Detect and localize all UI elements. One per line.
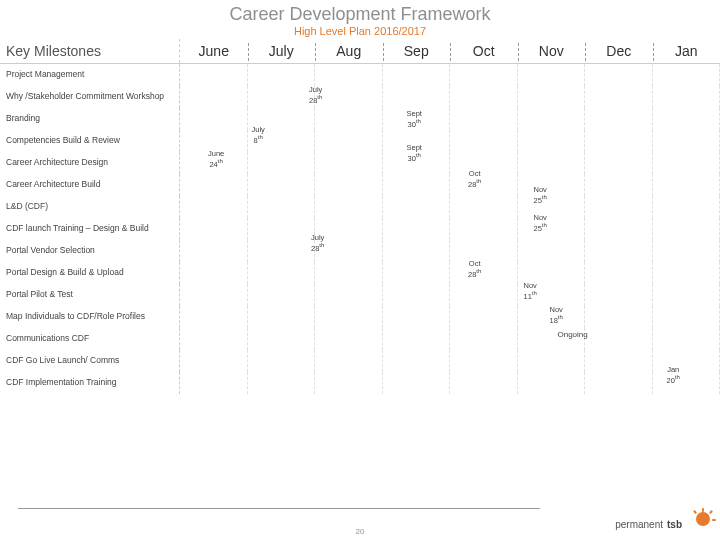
milestone-date: July28th (309, 86, 322, 105)
date-ordinal: th (258, 134, 263, 140)
cell (585, 108, 653, 130)
cell (518, 86, 586, 108)
key-milestones-label: Key Milestones (0, 39, 180, 63)
cell (450, 218, 518, 240)
table-row: Competencies Build & ReviewJuly8th (0, 130, 720, 152)
cell (450, 130, 518, 152)
date-day: 11th (524, 290, 537, 301)
row-cells: Ongoing (180, 328, 720, 350)
cell (653, 372, 721, 394)
cell (450, 196, 518, 218)
cell (180, 108, 248, 130)
milestone-date: Nov11th (524, 282, 537, 301)
month-header-jan: Jan (653, 39, 721, 63)
cell (315, 306, 383, 328)
row-cells: July28th (180, 240, 720, 262)
cell (248, 350, 316, 372)
cell (450, 306, 518, 328)
cell (180, 328, 248, 350)
row-label: Portal Design & Build & Upload (0, 262, 180, 284)
cell (383, 218, 451, 240)
date-ordinal: th (416, 118, 421, 124)
cell (248, 306, 316, 328)
cell (518, 152, 586, 174)
cell (653, 196, 721, 218)
date-day: 20th (667, 374, 680, 385)
cell (383, 64, 451, 86)
date-ordinal: th (319, 242, 324, 248)
date-day: 30th (407, 152, 422, 163)
date-ordinal: th (542, 222, 547, 228)
date-month: Nov (534, 214, 547, 222)
milestone-date: Oct28th (468, 170, 481, 189)
cell (518, 108, 586, 130)
cell (248, 86, 316, 108)
ongoing-label: Ongoing (558, 330, 588, 339)
month-header-dec: Dec (585, 39, 653, 63)
cell (180, 196, 248, 218)
milestone-date: Nov25th (534, 214, 547, 233)
row-cells: Jan20th (180, 372, 720, 394)
cell (248, 152, 316, 174)
cell (585, 328, 653, 350)
cell (585, 262, 653, 284)
milestone-date: Jan20th (667, 366, 680, 385)
row-label: Project Management (0, 64, 180, 86)
cell (450, 152, 518, 174)
cell (180, 240, 248, 262)
cell (585, 284, 653, 306)
cell (518, 350, 586, 372)
row-label: CDF Implementation Training (0, 372, 180, 394)
month-header-aug: Aug (315, 39, 383, 63)
row-cells (180, 350, 720, 372)
cell (518, 196, 586, 218)
footer: 20 permanent tsb (0, 504, 720, 534)
table-row: Portal Design & Build & UploadOct28th (0, 262, 720, 284)
milestone-date: Sept30th (407, 144, 422, 163)
cell (450, 108, 518, 130)
cell (315, 86, 383, 108)
month-header-oct: Oct (450, 39, 518, 63)
cell (585, 306, 653, 328)
date-month: Jan (667, 366, 680, 374)
table-row: Career Architecture BuildOct28th (0, 174, 720, 196)
date-day-num: 25 (534, 224, 542, 233)
cell (248, 64, 316, 86)
row-label: Branding (0, 108, 180, 130)
cell (383, 262, 451, 284)
cell (518, 218, 586, 240)
cell (315, 130, 383, 152)
milestone-date: Nov25th (534, 186, 547, 205)
cell (653, 350, 721, 372)
cell (585, 240, 653, 262)
date-day: 28th (468, 268, 481, 279)
cell (315, 372, 383, 394)
date-month: July (309, 86, 322, 94)
date-day-num: 30 (408, 120, 416, 129)
footer-divider (18, 508, 540, 509)
milestone-date: July8th (252, 126, 265, 145)
cell (585, 350, 653, 372)
cell (248, 328, 316, 350)
date-day: 18th (550, 314, 563, 325)
date-ordinal: th (675, 374, 680, 380)
cell (315, 108, 383, 130)
sunburst-icon (686, 512, 710, 530)
date-day: 30th (407, 118, 422, 129)
header-row: Key Milestones JuneJulyAugSepOctNovDecJa… (0, 39, 720, 64)
cell (315, 262, 383, 284)
cell (383, 240, 451, 262)
date-ordinal: th (558, 314, 563, 320)
cell (653, 218, 721, 240)
date-month: Nov (534, 186, 547, 194)
cell (518, 64, 586, 86)
date-day-num: 20 (667, 376, 675, 385)
milestone-date: Sept30th (407, 110, 422, 129)
cell (518, 240, 586, 262)
date-day-num: 11 (524, 292, 532, 301)
cell (248, 218, 316, 240)
cell (653, 130, 721, 152)
cell (248, 196, 316, 218)
cell (450, 284, 518, 306)
cell (653, 328, 721, 350)
